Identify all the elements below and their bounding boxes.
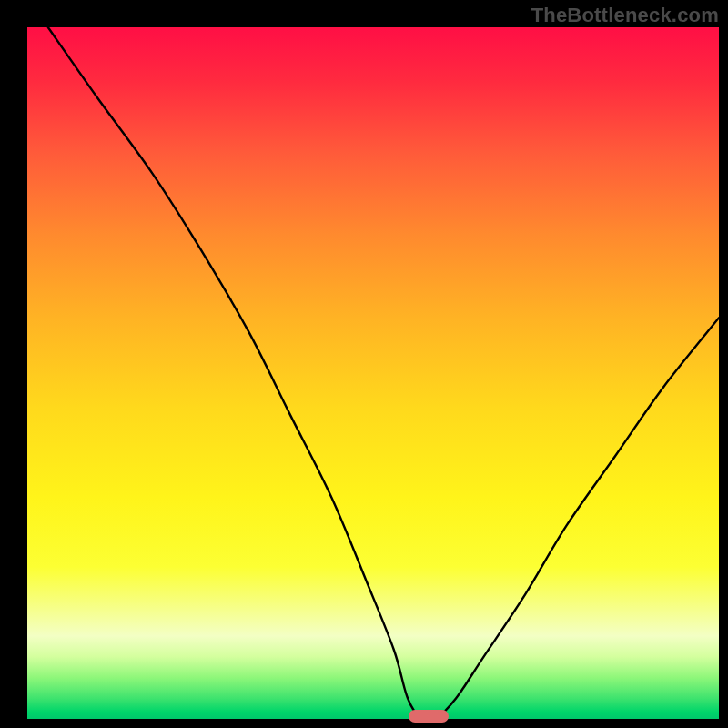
chart-frame: TheBottleneck.com (0, 0, 728, 728)
bottleneck-curve (27, 27, 719, 719)
watermark-text: TheBottleneck.com (531, 4, 719, 27)
optimal-range-marker (409, 710, 449, 723)
plot-area (27, 27, 719, 719)
